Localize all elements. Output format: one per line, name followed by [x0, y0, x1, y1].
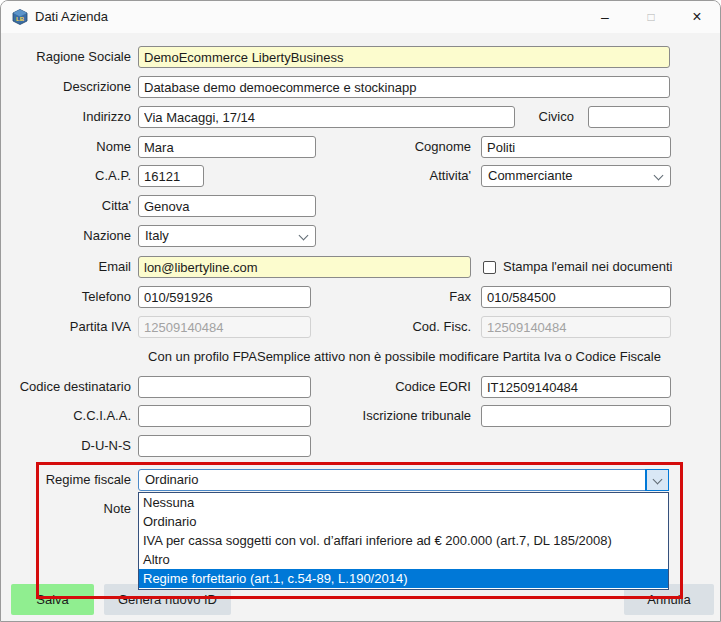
dropdown-option-altro[interactable]: Altro — [139, 550, 668, 569]
nazione-select[interactable]: Italy — [138, 225, 316, 247]
iscrizione-tribunale-label: Iscrizione tribunale — [341, 405, 471, 427]
civico-label: Civico — [441, 106, 574, 128]
cap-label: C.A.P. — [1, 165, 131, 187]
cod-fisc-label: Cod. Fisc. — [341, 316, 471, 338]
nome-label: Nome — [1, 136, 131, 158]
email-label: Email — [1, 256, 131, 278]
codice-eori-label: Codice EORI — [341, 376, 471, 398]
dati-azienda-dialog: LB Dati Azienda – □ × Ragione Sociale De… — [0, 0, 721, 622]
nazione-label: Nazione — [1, 225, 131, 247]
stampa-email-checkbox[interactable] — [483, 261, 496, 274]
cap-input[interactable] — [138, 165, 204, 187]
svg-text:LB: LB — [16, 16, 25, 22]
partita-iva-label: Partita IVA — [1, 316, 131, 338]
window-title: Dati Azienda — [35, 1, 108, 33]
ragione-sociale-input[interactable] — [138, 46, 670, 68]
cciaa-label: C.C.I.A.A. — [1, 405, 131, 427]
chevron-down-icon[interactable] — [646, 470, 668, 490]
app-cube-icon: LB — [12, 9, 28, 25]
indirizzo-label: Indirizzo — [1, 106, 131, 128]
stampa-email-label: Stampa l'email nei documenti — [503, 256, 693, 278]
regime-fiscale-select[interactable]: Ordinario — [138, 469, 669, 491]
telefono-label: Telefono — [1, 286, 131, 308]
titlebar: LB Dati Azienda – □ × — [1, 1, 720, 33]
duns-label: D-U-N-S — [1, 435, 131, 457]
attivita-select[interactable]: Commerciante — [481, 165, 671, 187]
fax-label: Fax — [341, 286, 471, 308]
duns-input[interactable] — [138, 435, 311, 457]
cognome-label: Cognome — [341, 136, 471, 158]
codice-destinatario-input[interactable] — [138, 376, 311, 398]
citta-input[interactable] — [138, 195, 316, 217]
codice-eori-input[interactable] — [481, 376, 671, 398]
fax-input[interactable] — [481, 286, 671, 308]
dropdown-option-nessuna[interactable]: Nessuna — [139, 493, 668, 512]
cciaa-input[interactable] — [138, 405, 311, 427]
chevron-down-icon[interactable] — [293, 226, 315, 246]
descrizione-label: Descrizione — [1, 76, 131, 98]
regime-fiscale-dropdown-list: Nessuna Ordinario IVA per cassa soggetti… — [138, 492, 669, 590]
fpa-info-message: Con un profilo FPASemplice attivo non è … — [138, 349, 671, 364]
email-input[interactable] — [138, 256, 471, 278]
dropdown-option-iva-per-cassa[interactable]: IVA per cassa soggetti con vol. d’affari… — [139, 531, 668, 550]
salva-button[interactable]: Salva — [11, 584, 94, 615]
civico-input[interactable] — [588, 106, 670, 128]
minimize-icon[interactable]: – — [582, 1, 628, 33]
cod-fisc-input — [481, 316, 671, 338]
partita-iva-input — [138, 316, 311, 338]
dropdown-option-regime-forfettario[interactable]: Regime forfettario (art.1, c.54-89, L.19… — [139, 569, 668, 588]
dropdown-option-ordinario[interactable]: Ordinario — [139, 512, 668, 531]
chevron-down-icon[interactable] — [648, 166, 670, 186]
ragione-sociale-label: Ragione Sociale — [1, 46, 131, 68]
close-icon[interactable]: × — [674, 1, 720, 33]
regime-fiscale-label: Regime fiscale — [1, 469, 131, 491]
note-label: Note — [1, 498, 131, 520]
iscrizione-tribunale-input[interactable] — [481, 405, 671, 427]
citta-label: Citta' — [1, 195, 131, 217]
codice-destinatario-label: Codice destinatario — [1, 376, 131, 398]
nome-input[interactable] — [138, 136, 316, 158]
cognome-input[interactable] — [481, 136, 671, 158]
descrizione-input[interactable] — [138, 76, 670, 98]
telefono-input[interactable] — [138, 286, 311, 308]
maximize-icon: □ — [628, 1, 674, 33]
attivita-label: Attivita' — [341, 165, 471, 187]
